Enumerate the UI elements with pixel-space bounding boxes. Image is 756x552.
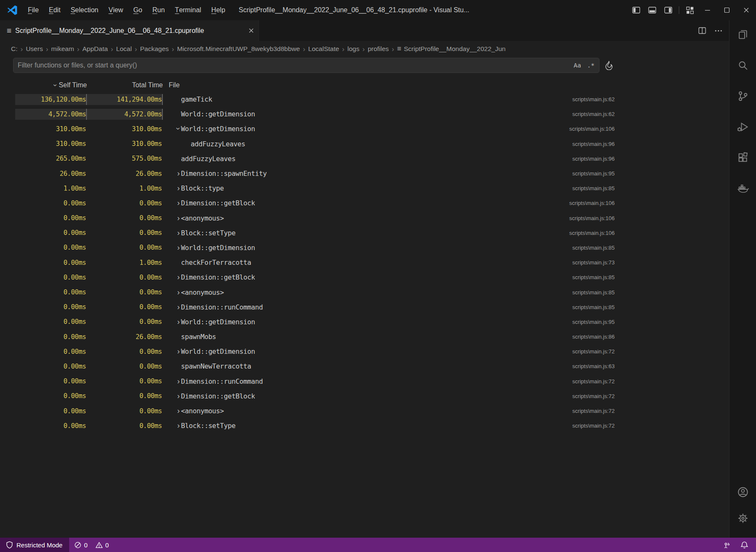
profile-row[interactable]: 26.00ms26.00ms›Dimension::spawnEntityscr… bbox=[0, 166, 729, 181]
chevron-right-icon[interactable]: › bbox=[163, 303, 180, 311]
close-button[interactable] bbox=[737, 0, 756, 20]
menu-help[interactable]: Help bbox=[206, 0, 230, 20]
profile-row[interactable]: 0.00ms0.00ms›World::getDimensionscripts\… bbox=[0, 240, 729, 255]
breadcrumb-item[interactable]: AppData bbox=[82, 45, 108, 53]
settings-gear-icon[interactable] bbox=[733, 508, 753, 528]
toggle-panel-left-icon[interactable] bbox=[628, 0, 644, 20]
file-location[interactable]: scripts\main.js:72 bbox=[572, 393, 729, 399]
profile-row[interactable]: 136,120.00ms141,294.00msgameTickscripts\… bbox=[0, 92, 729, 107]
file-location[interactable]: scripts\main.js:106 bbox=[569, 200, 729, 206]
profile-row[interactable]: 0.00ms0.00ms›Dimension::runCommandscript… bbox=[0, 300, 729, 315]
match-case-toggle[interactable]: Aa bbox=[572, 60, 583, 71]
breadcrumb-item[interactable]: mikeam bbox=[51, 45, 74, 53]
chevron-right-icon[interactable]: › bbox=[163, 273, 180, 281]
chevron-right-icon[interactable]: › bbox=[163, 244, 180, 252]
chevron-right-icon[interactable]: › bbox=[163, 392, 180, 400]
breadcrumb-item[interactable]: Packages bbox=[140, 45, 169, 53]
file-location[interactable]: scripts\main.js:72 bbox=[572, 423, 729, 429]
tab-close-icon[interactable] bbox=[248, 27, 254, 34]
menu-file[interactable]: File bbox=[23, 0, 44, 20]
file-location[interactable]: scripts\main.js:63 bbox=[572, 363, 729, 369]
chevron-right-icon[interactable]: › bbox=[163, 347, 180, 355]
breadcrumb-item[interactable]: LocalState bbox=[308, 45, 339, 53]
restricted-mode-button[interactable]: Restricted Mode bbox=[0, 538, 69, 552]
file-location[interactable]: scripts\main.js:95 bbox=[572, 170, 729, 177]
chevron-right-icon[interactable]: › bbox=[163, 184, 180, 192]
profile-row[interactable]: 0.00ms0.00ms›Dimension::getBlockscripts\… bbox=[0, 196, 729, 210]
notifications-bell-icon[interactable] bbox=[736, 538, 756, 552]
chevron-right-icon[interactable]: › bbox=[163, 422, 180, 430]
toggle-panel-right-icon[interactable] bbox=[660, 0, 676, 20]
vscode-logo-icon[interactable] bbox=[6, 4, 19, 16]
search-icon[interactable] bbox=[733, 55, 753, 75]
minimize-button[interactable] bbox=[698, 0, 717, 20]
chevron-right-icon[interactable]: › bbox=[163, 318, 180, 326]
profile-row[interactable]: 0.00ms0.00ms›<anonymous>scripts\main.js:… bbox=[0, 211, 729, 226]
file-location[interactable]: scripts\main.js:62 bbox=[572, 96, 729, 102]
run-and-debug-icon[interactable] bbox=[733, 117, 753, 137]
file-location[interactable]: scripts\main.js:96 bbox=[572, 156, 729, 162]
extensions-icon[interactable] bbox=[733, 148, 753, 168]
chevron-down-icon[interactable]: › bbox=[163, 125, 180, 133]
filter-input[interactable]: Filter functions or files, or start a qu… bbox=[13, 58, 599, 73]
column-header-total-time[interactable]: Total Time bbox=[87, 81, 163, 89]
profile-row[interactable]: 310.00ms310.00msaddFuzzyLeavesscripts\ma… bbox=[0, 137, 729, 151]
file-location[interactable]: scripts\main.js:85 bbox=[572, 304, 729, 310]
profile-row[interactable]: 0.00ms0.00ms›World::getDimensionscripts\… bbox=[0, 315, 729, 329]
profile-row[interactable]: 0.00ms0.00ms›<anonymous>scripts\main.js:… bbox=[0, 404, 729, 418]
chevron-right-icon[interactable]: › bbox=[163, 170, 180, 178]
profile-row[interactable]: 1.00ms1.00ms›Block::typescripts\main.js:… bbox=[0, 181, 729, 196]
chevron-right-icon[interactable]: › bbox=[163, 199, 180, 207]
flame-icon[interactable] bbox=[605, 61, 613, 70]
profile-row[interactable]: 0.00ms0.00msspawnNewTerracottascripts\ma… bbox=[0, 359, 729, 374]
explorer-icon[interactable] bbox=[733, 24, 753, 45]
breadcrumb-file[interactable]: ≡ScriptProfile__Monday__2022_Jun bbox=[397, 45, 505, 53]
file-location[interactable]: scripts\main.js:85 bbox=[572, 274, 729, 280]
more-actions-icon[interactable] bbox=[715, 30, 722, 32]
chevron-right-icon[interactable]: › bbox=[163, 288, 180, 296]
chevron-right-icon[interactable]: › bbox=[163, 407, 180, 415]
file-location[interactable]: scripts\main.js:72 bbox=[572, 408, 729, 414]
docker-icon[interactable] bbox=[733, 178, 753, 199]
profile-row[interactable]: 310.00ms310.00ms›World::getDimensionscri… bbox=[0, 121, 729, 136]
menu-selection[interactable]: Selection bbox=[65, 0, 103, 20]
tab-cpuprofile[interactable]: ≡ ScriptProfile__Monday__2022_June_06__0… bbox=[0, 20, 259, 41]
file-location[interactable]: scripts\main.js:85 bbox=[572, 289, 729, 296]
column-header-self-time[interactable]: › Self Time bbox=[15, 81, 87, 89]
menu-terminal[interactable]: Terminal bbox=[170, 0, 206, 20]
file-location[interactable]: scripts\main.js:95 bbox=[572, 319, 729, 325]
breadcrumb-item[interactable]: Local bbox=[116, 45, 132, 53]
menu-run[interactable]: Run bbox=[147, 0, 170, 20]
profile-row[interactable]: 0.00ms1.00mscheckForTerracottascripts\ma… bbox=[0, 255, 729, 270]
profile-row[interactable]: 4,572.00ms4,572.00msWorld::getDimensions… bbox=[0, 107, 729, 121]
profile-row[interactable]: 0.00ms0.00ms›Dimension::runCommandscript… bbox=[0, 374, 729, 389]
file-location[interactable]: scripts\main.js:106 bbox=[569, 126, 729, 132]
breadcrumb-item[interactable]: logs bbox=[348, 45, 359, 53]
file-location[interactable]: scripts\main.js:73 bbox=[572, 259, 729, 266]
breadcrumb-item[interactable]: profiles bbox=[368, 45, 389, 53]
breadcrumb-item[interactable]: Users bbox=[26, 45, 43, 53]
file-location[interactable]: scripts\main.js:72 bbox=[572, 348, 729, 355]
chevron-right-icon[interactable]: › bbox=[163, 214, 180, 222]
profile-row[interactable]: 0.00ms0.00ms›Dimension::getBlockscripts\… bbox=[0, 389, 729, 404]
profile-row[interactable]: 0.00ms26.00msspawnMobsscripts\main.js:86 bbox=[0, 329, 729, 344]
problems-button[interactable]: 0 0 bbox=[69, 538, 114, 552]
remote-indicator-icon[interactable] bbox=[718, 538, 736, 552]
split-editor-icon[interactable] bbox=[698, 27, 706, 34]
chevron-right-icon[interactable]: › bbox=[163, 229, 180, 237]
file-location[interactable]: scripts\main.js:85 bbox=[572, 245, 729, 251]
menu-edit[interactable]: Edit bbox=[44, 0, 66, 20]
regex-toggle[interactable]: .* bbox=[585, 60, 597, 71]
profile-row[interactable]: 0.00ms0.00ms›Dimension::getBlockscripts\… bbox=[0, 270, 729, 285]
file-location[interactable]: scripts\main.js:96 bbox=[572, 141, 729, 147]
file-location[interactable]: scripts\main.js:62 bbox=[572, 111, 729, 117]
profile-row[interactable]: 0.00ms0.00ms›Block::setTypescripts\main.… bbox=[0, 226, 729, 240]
account-icon[interactable] bbox=[733, 482, 753, 502]
file-location[interactable]: scripts\main.js:72 bbox=[572, 378, 729, 385]
breadcrumb-item[interactable]: C: bbox=[11, 45, 18, 53]
profile-row[interactable]: 0.00ms0.00ms›<anonymous>scripts\main.js:… bbox=[0, 285, 729, 299]
profile-row[interactable]: 265.00ms575.00msaddFuzzyLeavesscripts\ma… bbox=[0, 151, 729, 166]
toggle-panel-bottom-icon[interactable] bbox=[644, 0, 660, 20]
file-location[interactable]: scripts\main.js:106 bbox=[569, 230, 729, 236]
file-location[interactable]: scripts\main.js:106 bbox=[569, 215, 729, 221]
